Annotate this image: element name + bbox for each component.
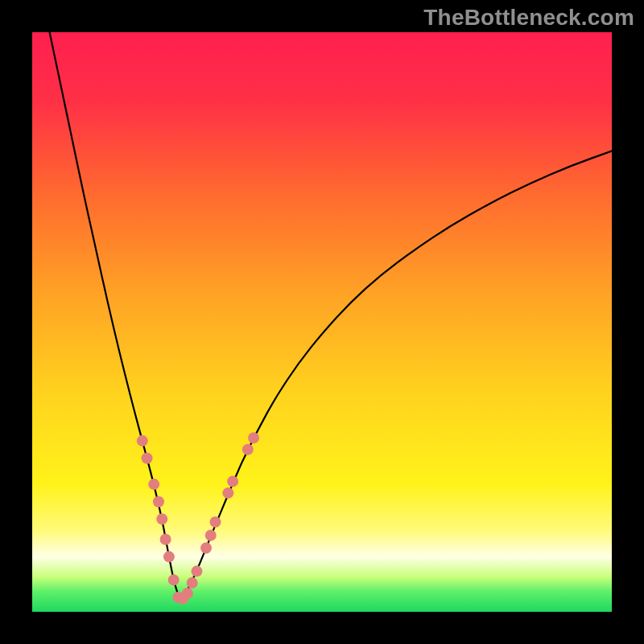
data-marker [187,577,198,588]
data-marker [210,516,221,527]
watermark-text: TheBottleneck.com [423,5,634,31]
data-marker [153,496,164,507]
data-marker [156,514,167,525]
data-marker [205,530,217,541]
data-marker [142,452,153,464]
data-marker [137,436,148,447]
data-marker [227,476,238,487]
data-marker [182,588,193,599]
data-marker [222,487,233,498]
chart-svg [32,32,612,612]
plot-area [32,32,612,612]
data-marker [191,566,202,577]
right-curve [180,151,612,601]
data-marker [200,543,212,554]
chart-frame: TheBottleneck.com [0,0,644,644]
data-marker [163,551,175,563]
markers-group [137,432,259,604]
data-marker [168,574,180,585]
data-marker [160,534,171,545]
data-marker [242,444,254,455]
data-marker [148,479,159,490]
data-marker [248,432,259,444]
